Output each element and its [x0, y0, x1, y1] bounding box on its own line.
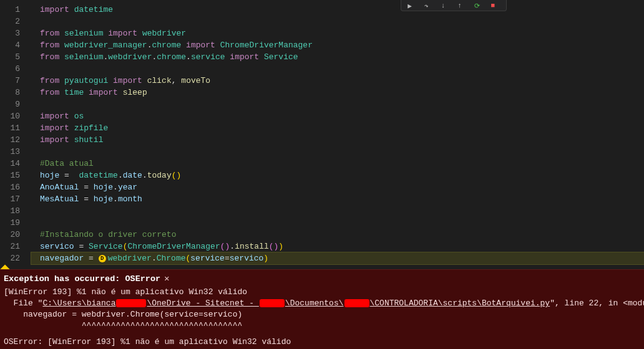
- line-number: 9: [0, 98, 20, 110]
- line-number: 4: [0, 39, 20, 51]
- line-number: 12: [0, 134, 20, 146]
- exception-final: OSError: [WinError 193] %1 não é um apli…: [4, 337, 640, 348]
- code-line[interactable]: servico = Service(ChromeDriverManager().…: [31, 241, 644, 252]
- code-line[interactable]: #Instalando o driver correto: [31, 229, 644, 241]
- code-area[interactable]: import datetimefrom selenium import webd…: [31, 0, 644, 271]
- code-line[interactable]: [31, 205, 644, 217]
- line-number: 17: [0, 193, 20, 205]
- line-number: 14: [0, 158, 20, 170]
- code-line[interactable]: MesAtual = hoje.month: [31, 193, 644, 205]
- line-number: 11: [0, 122, 20, 134]
- traceback-carets: ^^^^^^^^^^^^^^^^^^^^^^^^^^^^^^^^^: [4, 320, 640, 332]
- traceback-file-line: File "C:\Users\bianca\OneDrive - Sitecne…: [4, 298, 640, 309]
- line-number: 21: [0, 241, 20, 252]
- code-line[interactable]: from webdriver_manager.chrome import Chr…: [31, 39, 644, 51]
- redacted-segment: [344, 299, 369, 307]
- line-number: 10: [0, 110, 20, 122]
- redacted-segment: [116, 299, 146, 307]
- redacted-segment: [260, 299, 285, 307]
- code-line[interactable]: import shutil: [31, 134, 644, 146]
- line-number: 2: [0, 16, 20, 27]
- code-line[interactable]: [31, 217, 644, 229]
- traceback-path[interactable]: C:\Users\bianca\OneDrive - Sitecnet - \D…: [42, 299, 550, 308]
- exception-panel: Exception has occurred: OSError✕ [WinErr…: [0, 269, 644, 349]
- code-line[interactable]: import os: [31, 110, 644, 122]
- line-number: 1: [0, 4, 20, 16]
- code-line[interactable]: [31, 98, 644, 110]
- line-number: 5: [0, 51, 20, 63]
- line-number: 22: [0, 252, 20, 264]
- line-number: 8: [0, 87, 20, 98]
- code-line[interactable]: #Data atual: [31, 158, 644, 170]
- code-line[interactable]: from pyautogui import click, moveTo: [31, 75, 644, 87]
- line-number: 18: [0, 205, 20, 217]
- code-line[interactable]: import zipfile: [31, 122, 644, 134]
- line-gutter: 12345678910111213141516171819202122: [0, 0, 31, 271]
- code-line[interactable]: from selenium.webdriver.chrome.service i…: [31, 51, 644, 63]
- code-line[interactable]: from selenium import webdriver: [31, 27, 644, 39]
- code-line[interactable]: [31, 16, 644, 27]
- exception-title: Exception has occurred: OSError✕: [4, 274, 640, 285]
- line-number: 7: [0, 75, 20, 87]
- line-number: 19: [0, 217, 20, 229]
- exception-type: OSError: [125, 274, 160, 284]
- line-number: 16: [0, 181, 20, 193]
- exception-message: [WinError 193] %1 não é um aplicativo Wi…: [4, 287, 640, 298]
- exception-title-prefix: Exception has occurred:: [4, 274, 125, 284]
- code-line[interactable]: [31, 146, 644, 158]
- line-number: 13: [0, 146, 20, 158]
- line-number: 15: [0, 170, 20, 181]
- line-number: 3: [0, 27, 20, 39]
- code-line[interactable]: hoje = datetime.date.today(): [31, 170, 644, 181]
- close-icon[interactable]: ✕: [164, 274, 169, 284]
- line-number: 6: [0, 63, 20, 75]
- code-line[interactable]: navegador = Dwebdriver.Chrome(service=se…: [31, 252, 644, 264]
- code-line[interactable]: [31, 63, 644, 75]
- spacer: [4, 332, 640, 337]
- code-editor[interactable]: 12345678910111213141516171819202122 impo…: [0, 0, 644, 271]
- line-number: 20: [0, 229, 20, 241]
- code-line[interactable]: AnoAtual = hoje.year: [31, 181, 644, 193]
- code-line[interactable]: from time import sleep: [31, 87, 644, 98]
- code-line[interactable]: import datetime: [31, 4, 644, 16]
- traceback-code: navegador = webdriver.Chrome(service=ser…: [4, 309, 640, 320]
